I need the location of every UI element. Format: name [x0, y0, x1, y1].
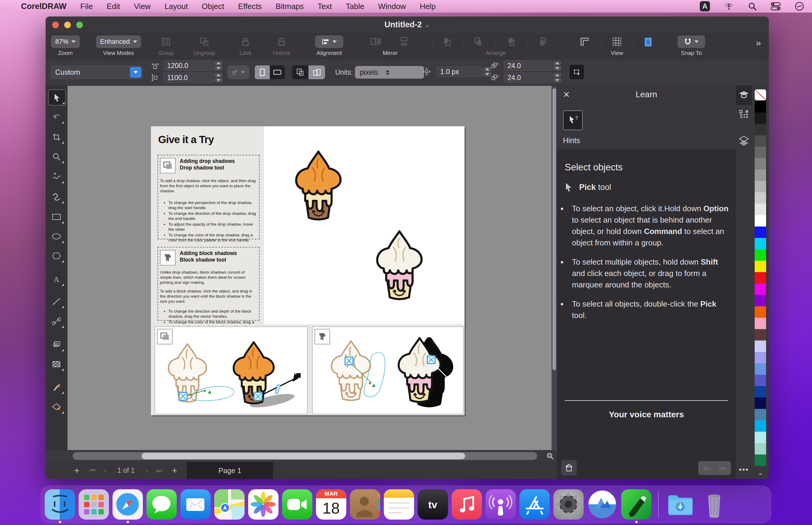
dock-icon-tv[interactable]: tv — [418, 489, 448, 520]
zoom-tool[interactable] — [48, 149, 65, 164]
dock-icon-music[interactable] — [452, 489, 482, 520]
dock-icon-facetime[interactable] — [282, 489, 312, 520]
rectangle-tool[interactable] — [48, 209, 65, 224]
zoom-level-dropdown[interactable]: 87% — [51, 35, 80, 48]
dock-icon-trash[interactable] — [699, 489, 730, 520]
menu-app[interactable]: CorelDRAW — [21, 2, 66, 11]
to-front-icon[interactable] — [442, 36, 452, 47]
vertical-scrollbar[interactable] — [552, 86, 557, 450]
palette-swatch[interactable] — [755, 147, 766, 158]
group-icon[interactable] — [161, 36, 171, 47]
dock-icon-safari[interactable] — [112, 489, 143, 520]
palette-swatch[interactable] — [755, 261, 766, 272]
palette-swatch[interactable] — [755, 192, 766, 204]
dock-icon-launchpad[interactable] — [79, 489, 109, 520]
line-tool[interactable] — [48, 294, 65, 309]
palette-swatch[interactable] — [755, 226, 766, 238]
horizontal-scrollbar-thumb[interactable] — [141, 453, 465, 459]
palette-swatch[interactable] — [755, 249, 766, 261]
palette-swatch[interactable] — [755, 101, 766, 112]
menu-file[interactable]: File — [80, 2, 93, 11]
page-size-preset-dropdown[interactable]: Custom — [51, 66, 142, 79]
dock-icon-maps[interactable] — [214, 489, 244, 520]
prev-page-icon[interactable]: ‹ — [100, 462, 110, 479]
menu-layout[interactable]: Layout — [164, 2, 188, 11]
menu-bitmaps[interactable]: Bitmaps — [275, 2, 304, 11]
palette-swatch[interactable] — [755, 454, 766, 466]
palette-swatch[interactable] — [755, 386, 766, 397]
vertical-scrollbar-thumb[interactable] — [553, 88, 556, 370]
menu-object[interactable]: Object — [202, 2, 224, 11]
duplicate-x-stepper[interactable] — [553, 61, 561, 71]
palette-swatch[interactable] — [755, 329, 766, 341]
clock-icon[interactable] — [795, 1, 804, 11]
last-page-icon[interactable]: ⏭ — [154, 462, 164, 479]
snap-to-dropdown[interactable] — [678, 35, 705, 48]
dock-icon-finder[interactable] — [45, 489, 75, 520]
crop-tool[interactable] — [48, 130, 65, 145]
palette-swatch[interactable] — [755, 420, 766, 432]
pick-tool[interactable] — [48, 89, 66, 106]
palette-swatch[interactable] — [755, 215, 766, 226]
palette-swatch[interactable] — [755, 397, 766, 409]
nudge-distance-input[interactable]: 1.0 px — [437, 66, 482, 77]
input-source-icon[interactable]: A — [700, 1, 710, 11]
palette-swatch[interactable] — [755, 443, 766, 454]
cupcake-with-block-shadow[interactable] — [391, 335, 450, 407]
palette-swatch[interactable] — [755, 169, 766, 181]
add-page-button[interactable]: + — [169, 462, 181, 479]
palette-swatch[interactable] — [755, 352, 766, 363]
fill-tool[interactable] — [48, 400, 65, 415]
treat-as-filled-button[interactable] — [569, 64, 585, 80]
palette-swatch[interactable] — [755, 318, 766, 329]
grid-icon[interactable] — [612, 36, 622, 47]
ellipse-tool[interactable] — [48, 229, 65, 244]
menu-text[interactable]: Text — [317, 2, 332, 11]
palette-scroll-down-icon[interactable]: ⌄ — [752, 468, 769, 477]
palette-swatch[interactable] — [755, 204, 766, 215]
duplicate-x-input[interactable]: 24.0 — [504, 61, 553, 71]
palette-swatch[interactable] — [755, 112, 766, 124]
freehand-tool[interactable] — [48, 169, 65, 184]
to-back-icon[interactable] — [473, 36, 484, 47]
first-page-icon[interactable]: ⏮ — [87, 462, 98, 479]
hints-button[interactable]: ? — [563, 110, 583, 130]
control-center-icon[interactable] — [771, 2, 781, 11]
palette-swatch[interactable] — [755, 432, 766, 443]
eyedropper-tool[interactable] — [48, 380, 65, 395]
back-one-icon[interactable] — [538, 36, 549, 47]
cupcake-outline[interactable] — [325, 339, 379, 406]
page-width-input[interactable]: 1200.0 — [164, 61, 214, 71]
dock-icon-downloads[interactable] — [665, 489, 695, 520]
menu-help[interactable]: Help — [420, 2, 436, 11]
zoom-fit-icon[interactable] — [545, 451, 555, 461]
learn-forward-button[interactable]: ⇨ — [715, 461, 731, 475]
height-stepper[interactable] — [214, 73, 222, 83]
dock-icon-system-preferences[interactable] — [553, 489, 584, 520]
palette-swatch[interactable] — [755, 272, 766, 284]
your-voice-matters-link[interactable]: Your voice matters — [557, 410, 736, 419]
palette-swatch[interactable] — [755, 238, 766, 249]
palette-swatch[interactable] — [755, 375, 766, 386]
dock-icon-photos[interactable] — [248, 489, 279, 520]
palette-swatch[interactable] — [755, 295, 766, 306]
palette-swatch[interactable] — [755, 306, 766, 318]
menu-edit[interactable]: Edit — [106, 2, 120, 11]
docker-more-icon[interactable]: ••• — [736, 465, 752, 474]
dock-icon-mountain-app[interactable] — [587, 489, 618, 520]
lock-icon[interactable] — [240, 36, 251, 47]
menu-window[interactable]: Window — [378, 2, 406, 11]
cupcake-orange[interactable] — [288, 149, 351, 225]
page-dimensions-mode-toggle[interactable] — [292, 65, 325, 79]
title-bar[interactable]: Untitled-2⌄ — [46, 16, 769, 33]
alignment-dropdown[interactable] — [315, 35, 343, 48]
add-page-button[interactable]: + — [71, 462, 83, 479]
nudge-stepper[interactable] — [483, 66, 491, 77]
transparency-tool[interactable] — [48, 357, 65, 372]
duplicate-y-input[interactable]: 24.0 — [504, 73, 553, 83]
mirror-horizontal-icon[interactable] — [370, 36, 381, 47]
dock-icon-notes[interactable] — [384, 489, 414, 520]
polygon-tool[interactable] — [48, 249, 65, 264]
learn-back-button[interactable]: ⇦ — [698, 461, 715, 475]
menu-view[interactable]: View — [134, 2, 151, 11]
